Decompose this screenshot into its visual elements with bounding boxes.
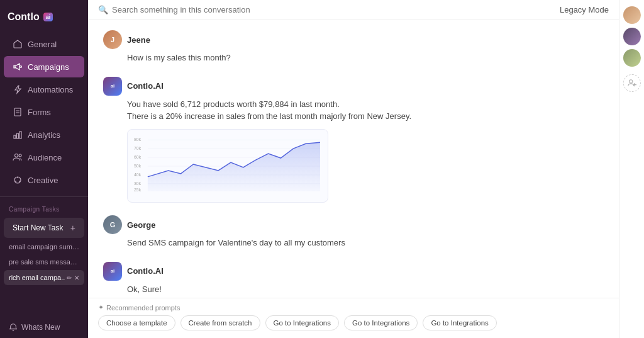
task-item-1[interactable]: email campaign summe..	[0, 239, 88, 254]
sidebar-item-analytics[interactable]: Analytics	[4, 124, 84, 145]
task-item-2[interactable]: pre sale sms message t..	[0, 254, 88, 269]
avatar-contlo-1: ai	[103, 77, 122, 96]
whats-new-label: Whats New	[21, 323, 60, 332]
sidebar-label-general: General	[28, 40, 57, 49]
logo-text: Contlo	[8, 11, 40, 23]
prompt-create-scratch[interactable]: Create from scratch	[180, 315, 260, 330]
svg-point-7	[15, 154, 18, 157]
avatar-jeene: J	[103, 30, 122, 49]
sidebar-item-audience[interactable]: Audience	[4, 147, 84, 168]
sales-chart: 80k 70k 60k 50k 40k 30k 25k	[127, 129, 328, 203]
svg-point-12	[15, 181, 16, 182]
sidebar-label-analytics: Analytics	[28, 130, 60, 140]
sidebar-item-forms[interactable]: Forms	[4, 101, 84, 123]
megaphone-icon	[13, 62, 23, 72]
svg-point-10	[17, 177, 18, 178]
campaign-tasks-label: Campaign Tasks	[0, 202, 88, 217]
avatar-contlo-2: ai	[103, 262, 122, 281]
add-user-button[interactable]	[623, 74, 641, 92]
svg-text:50k: 50k	[134, 163, 142, 167]
paint-icon	[13, 175, 23, 185]
right-avatar-2[interactable]	[623, 28, 641, 45]
svg-text:40k: 40k	[134, 172, 142, 176]
svg-text:25k: 25k	[134, 187, 142, 191]
search-input[interactable]	[112, 5, 560, 14]
chart-svg: 80k 70k 60k 50k 40k 30k 25k	[134, 136, 321, 193]
sidebar-label-audience: Audience	[28, 153, 62, 162]
users-icon	[13, 152, 23, 162]
prompt-choose-template[interactable]: Choose a template	[98, 315, 175, 330]
sidebar-label-forms: Forms	[28, 108, 51, 117]
right-avatar-1[interactable]	[623, 6, 641, 24]
header: 🔍 Legacy Mode	[88, 0, 619, 20]
message-text-contlo-2: Ok, Sure! Here are some of the messages …	[103, 283, 604, 298]
sidebar-label-creative: Creative	[28, 176, 58, 185]
home-icon	[13, 39, 23, 49]
svg-rect-5	[17, 133, 19, 138]
main-content: 🔍 Legacy Mode J Jeene How is my sales th…	[88, 0, 619, 338]
prompts-label: ✦ Recommended prompts	[98, 303, 609, 312]
bell-icon	[9, 323, 18, 332]
message-contlo-2: ai Contlo.AI Ok, Sure! Here are some of …	[103, 262, 604, 298]
close-task-icon[interactable]: ✕	[74, 274, 79, 281]
add-user-icon	[628, 79, 636, 87]
svg-point-26	[629, 80, 632, 83]
svg-rect-4	[14, 135, 16, 138]
message-text-contlo-1: You have sold 6,712 products worth $79,8…	[103, 98, 604, 203]
whats-new-button[interactable]: Whats New	[0, 317, 88, 338]
message-jeene: J Jeene How is my sales this month?	[103, 30, 604, 64]
logo: Contlo ai	[0, 5, 88, 33]
active-task-label: rich email campa..	[9, 274, 65, 281]
sidebar-item-campaigns[interactable]: Campaigns	[4, 56, 84, 77]
prompt-go-integrations-1[interactable]: Go to Integrations	[265, 315, 339, 330]
sender-name-george: George	[127, 220, 156, 230]
svg-text:30k: 30k	[134, 181, 142, 185]
sender-name-contlo-2: Contlo.AI	[127, 266, 164, 276]
logo-badge: ai	[43, 13, 53, 21]
start-new-button[interactable]: Start New Task +	[4, 218, 84, 238]
message-george: G George Send SMS campaign for Valentine…	[103, 215, 604, 249]
bar-chart-icon	[13, 130, 23, 140]
svg-text:80k: 80k	[134, 137, 142, 142]
sidebar-label-automations: Automations	[28, 85, 73, 94]
message-contlo-1: ai Contlo.AI You have sold 6,712 product…	[103, 77, 604, 203]
sender-name-jeene: Jeene	[127, 35, 150, 45]
svg-point-11	[19, 181, 20, 182]
search-icon: 🔍	[98, 5, 108, 14]
prompts-bar: ✦ Recommended prompts Choose a template …	[88, 298, 619, 338]
prompts-row: Choose a template Create from scratch Go…	[98, 315, 609, 330]
file-icon	[13, 107, 23, 117]
svg-rect-1	[14, 108, 21, 116]
contlo-msg-line2: There is a 20% increase in sales from th…	[127, 110, 604, 123]
edit-task-icon[interactable]: ✏	[67, 274, 72, 281]
svg-text:60k: 60k	[134, 155, 142, 159]
zap-icon	[13, 84, 23, 94]
avatar-george: G	[103, 215, 122, 234]
svg-point-0	[20, 66, 22, 68]
right-panel	[619, 0, 644, 338]
sender-name-contlo-1: Contlo.AI	[127, 81, 164, 91]
sidebar: Contlo ai General Campaigns Automations …	[0, 0, 88, 338]
svg-rect-6	[19, 132, 21, 138]
sidebar-label-campaigns: Campaigns	[28, 62, 69, 72]
sidebar-item-automations[interactable]: Automations	[4, 79, 84, 100]
svg-point-8	[19, 154, 21, 157]
contlo-msg-line1: You have sold 6,712 products worth $79,8…	[127, 98, 604, 111]
task-item-3[interactable]: rich email campa.. ✏ ✕	[4, 270, 84, 285]
prompt-go-integrations-2[interactable]: Go to Integrations	[344, 315, 418, 330]
sidebar-item-creative[interactable]: Creative	[4, 169, 84, 191]
sparkle-icon: ✦	[98, 303, 104, 312]
start-new-label: Start New Task	[13, 223, 63, 232]
message-text-george: Send SMS campaign for Valentine's day to…	[103, 237, 604, 249]
sidebar-item-general[interactable]: General	[4, 33, 84, 55]
legacy-mode-button[interactable]: Legacy Mode	[560, 5, 609, 14]
chat-area: J Jeene How is my sales this month? ai C…	[88, 20, 619, 298]
svg-text:70k: 70k	[134, 146, 142, 150]
plus-icon: +	[70, 223, 75, 233]
prompt-go-integrations-3[interactable]: Go to Integrations	[423, 315, 496, 330]
message-text-jeene: How is my sales this month?	[103, 52, 604, 64]
contlo-intro: Ok, Sure!	[127, 283, 604, 296]
right-avatar-3[interactable]	[623, 49, 641, 67]
